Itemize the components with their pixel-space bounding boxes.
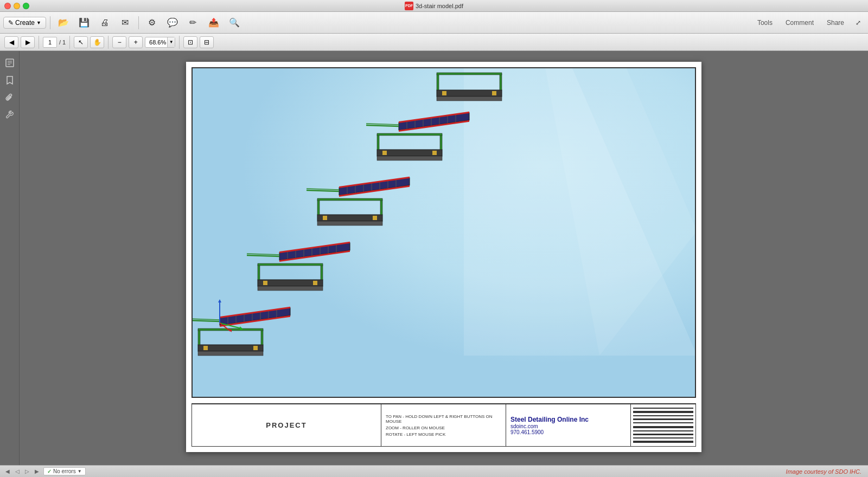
barcode-line-2 [633,411,693,413]
svg-rect-66 [258,265,260,280]
status-next-btn[interactable]: ▷ [24,468,30,474]
forward-button[interactable]: ▶ [21,36,35,48]
separator-2 [138,16,139,29]
save-button[interactable]: 💾 [75,15,93,30]
create-dropdown-icon: ▼ [36,20,41,25]
company-phone: 970.461.5900 [510,429,626,435]
project-label: PROJECT [266,421,307,429]
svg-rect-48 [380,199,382,215]
svg-rect-30 [377,133,442,136]
status-check-icon: ✓ [47,468,52,474]
separator-5 [108,36,108,49]
company-name: Steel Detailing Online Inc [510,416,626,423]
status-bar: ◀ ◁ ▷ ▶ ✓ No errors ▼ [0,465,868,477]
create-button[interactable]: ✎ Create ▼ [3,17,46,29]
zoom-in-button[interactable]: + [129,36,143,48]
zoom-input[interactable] [145,37,167,47]
window-controls[interactable] [4,3,29,9]
separator-1 [50,16,50,29]
background-svg [193,68,695,397]
gear-icon: ⚙ [146,17,157,28]
save-icon: 💾 [79,17,90,28]
svg-rect-13 [492,91,496,95]
separator-4 [69,36,70,49]
back-button[interactable]: ◀ [4,36,18,48]
content-area[interactable]: PROJECT TO PAN - HOLD DOWN LEFT & RIGHT … [20,51,868,465]
svg-rect-51 [373,216,377,220]
hand-tool-button[interactable]: ✋ [90,36,104,48]
pdf-icon: PDF [405,2,413,10]
select-tool-button[interactable]: ↖ [74,36,88,48]
comment-tool-button[interactable]: 💬 [163,15,182,30]
search-button[interactable]: 🔍 [225,15,244,30]
markup-icon: ✏ [188,17,199,28]
svg-rect-47 [317,199,320,215]
status-back-btn[interactable]: ◀ [4,468,11,474]
zoom-dropdown-button[interactable]: ▼ [167,37,175,47]
sidebar-attachments-icon[interactable] [2,90,17,105]
zoom-out-button[interactable]: − [112,36,126,48]
print-icon: 🖨 [99,17,110,28]
status-prev-btn[interactable]: ◁ [14,468,21,474]
svg-rect-28 [377,134,379,150]
share-button[interactable]: Share [821,17,850,29]
barcode-line-4 [633,418,693,420]
svg-rect-27 [377,156,442,160]
email-icon: ✉ [120,17,131,28]
sidebar-pages-icon[interactable] [2,55,17,70]
print-button[interactable]: 🖨 [95,15,114,30]
status-badge: ✓ No errors ▼ [43,467,86,475]
email-button[interactable]: ✉ [116,15,135,30]
expand-icon: ⤢ [856,19,861,27]
separator-6 [179,36,180,49]
maximize-button[interactable] [23,3,29,9]
svg-rect-10 [500,74,502,90]
fit-width-button[interactable]: ⊟ [200,36,214,48]
status-fwd-btn[interactable]: ▶ [34,468,40,474]
zoom-out-icon: − [118,38,122,46]
markup-button[interactable]: ✏ [184,15,202,30]
sidebar-tools-icon[interactable] [2,107,17,123]
status-text: No errors [53,468,76,474]
hand-icon: ✋ [93,38,101,46]
create-icon: ✎ [8,19,14,27]
barcode-line-10 [633,441,693,443]
barcode-line-7 [633,430,693,431]
title-block: PROJECT TO PAN - HOLD DOWN LEFT & RIGHT … [192,403,696,447]
page-total: / 1 [59,39,66,46]
svg-rect-49 [317,198,382,201]
instruction-2: ZOOM - ROLLER ON MOUSE [386,426,501,430]
svg-rect-70 [313,281,317,285]
open-file-button[interactable]: 📂 [54,15,73,30]
instruction-1: TO PAN - HOLD DOWN LEFT & RIGHT BUTTONS … [386,414,501,424]
left-sidebar [0,51,20,465]
fit-width-icon: ⊟ [204,38,209,46]
close-button[interactable] [4,3,11,9]
export-button[interactable]: 📤 [205,15,223,30]
title-block-company: Steel Detailing Online Inc sdoinc.com 97… [506,404,631,447]
barcode-line-9 [633,437,693,439]
sidebar-bookmarks-icon[interactable] [2,73,17,88]
export-icon: 📤 [208,17,219,28]
fit-page-button[interactable]: ⊡ [183,36,197,48]
title-block-project: PROJECT [192,404,381,447]
svg-rect-8 [437,96,502,101]
comment-button[interactable]: Comment [780,17,819,29]
barcode-line-8 [633,434,693,435]
settings-button[interactable]: ⚙ [143,15,161,30]
title-bar: PDF 3d-stair model.pdf [0,0,868,12]
svg-rect-69 [263,281,267,285]
minimize-button[interactable] [14,3,20,9]
drawing-area [192,67,696,398]
expand-button[interactable]: ⤢ [852,17,865,29]
svg-rect-32 [432,151,437,155]
barcode-line-6 [633,426,693,428]
page-input[interactable] [43,37,57,48]
cursor-icon: ↖ [78,38,84,46]
window-title: PDF 3d-stair model.pdf [405,2,463,10]
main-toolbar: ✎ Create ▼ 📂 💾 🖨 ✉ ⚙ 💬 ✏ 📤 🔍 Tools Comme… [0,12,868,34]
tools-button[interactable]: Tools [752,17,778,29]
folder-open-icon: 📂 [58,17,69,28]
svg-rect-85 [198,330,200,345]
separator-3 [39,36,39,49]
